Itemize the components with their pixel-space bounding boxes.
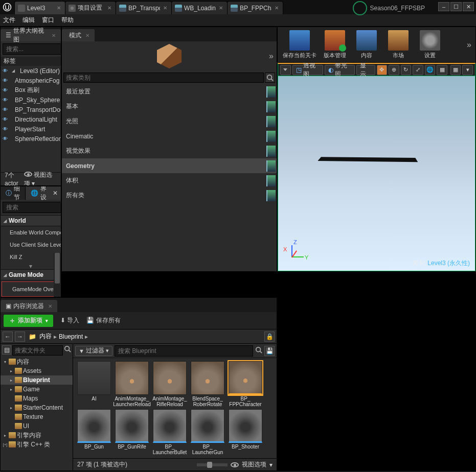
outliner-row[interactable]: 👁DirectionalLightDirectionalLight: [1, 114, 61, 124]
folder-icon[interactable]: 📁: [27, 332, 37, 342]
tree-arrow-icon[interactable]: ▸: [9, 406, 14, 410]
lock-button[interactable]: 🔒: [264, 332, 275, 342]
snap-grid-button[interactable]: ▦: [450, 65, 461, 75]
forward-button[interactable]: →: [15, 332, 25, 342]
outliner-row[interactable]: 👁AtmosphericFogAtmosphericFog: [1, 76, 61, 85]
window-max-button[interactable]: ☐: [450, 2, 462, 11]
add-new-button[interactable]: ＋添加新项: [4, 315, 53, 327]
tree-row[interactable]: ▸Game: [1, 385, 73, 394]
details-search-input[interactable]: [3, 202, 61, 213]
tree-row[interactable]: Maps: [1, 394, 73, 403]
close-icon[interactable]: ✕: [107, 5, 111, 11]
menu-item[interactable]: 帮助: [61, 16, 74, 25]
place-mode-icon[interactable]: [157, 44, 182, 68]
main-tab[interactable]: 项目设置✕: [65, 1, 116, 14]
close-icon[interactable]: ✕: [53, 190, 58, 197]
main-tab[interactable]: WB_Loadin✕: [171, 1, 228, 14]
visibility-eye-icon[interactable]: 👁: [3, 78, 8, 83]
view-options-button[interactable]: 视图选项 ▾: [197, 460, 273, 469]
modes-search-input[interactable]: [63, 73, 264, 83]
outliner-row[interactable]: 👁SphereReflectionCaptureSphereReflection…: [1, 134, 61, 144]
close-icon[interactable]: ✕: [85, 33, 89, 38]
close-icon[interactable]: ✕: [275, 5, 279, 11]
mode-category[interactable]: 光照: [62, 114, 277, 129]
asset-item[interactable]: AnimMontage_LauncherReload: [114, 361, 150, 407]
tree-row[interactable]: ▸StarterContent: [1, 403, 73, 412]
visibility-eye-icon[interactable]: 👁: [3, 116, 8, 122]
asset-item[interactable]: BP_GunRife: [114, 409, 150, 455]
back-button[interactable]: ←: [3, 332, 13, 342]
tree-arrow-icon[interactable]: ▸: [9, 387, 14, 392]
main-tab[interactable]: BP_FPPCha✕: [227, 1, 283, 14]
transform-select-button[interactable]: ✥: [377, 65, 388, 75]
thumbnail-size-slider[interactable]: [197, 463, 228, 466]
search-icon[interactable]: [265, 73, 275, 83]
content-browser-tab[interactable]: ▣ 内容浏览器 ✕: [1, 300, 57, 312]
sources-search-input[interactable]: [12, 345, 63, 356]
toolbar-save-button[interactable]: 保存当前关卡: [282, 29, 318, 60]
mode-category[interactable]: 体积: [62, 173, 277, 188]
tree-row[interactable]: ▾内容: [1, 357, 73, 366]
asset-item[interactable]: AnimMontage_RifleReload: [152, 361, 188, 407]
visibility-eye-icon[interactable]: 👁: [3, 87, 8, 93]
main-tab[interactable]: BP_Transpo✕: [116, 1, 172, 14]
transform-rotate-button[interactable]: ↻: [401, 65, 412, 75]
show-button[interactable]: 显示: [356, 65, 375, 75]
asset-item[interactable]: AI: [76, 361, 112, 407]
visibility-eye-icon[interactable]: 👁: [3, 136, 8, 141]
asset-item[interactable]: BlendSpace_RoberRotate: [190, 361, 225, 407]
details-tab[interactable]: ⓘ细节: [1, 186, 26, 200]
window-min-button[interactable]: –: [438, 2, 449, 11]
category-header[interactable]: Game Mode: [1, 269, 61, 280]
search-icon[interactable]: [255, 346, 262, 355]
viewport-menu-button[interactable]: [280, 65, 291, 75]
close-icon[interactable]: ✕: [219, 5, 223, 11]
tree-row[interactable]: UI: [1, 421, 73, 431]
world-local-button[interactable]: 🌐: [425, 65, 436, 75]
category-header[interactable]: World: [1, 215, 61, 226]
tree-row[interactable]: Texture: [1, 412, 73, 421]
outliner-search-input[interactable]: [3, 43, 61, 55]
import-button[interactable]: ⬇ 导入: [60, 316, 79, 325]
crumb-content[interactable]: 内容: [39, 332, 52, 341]
visibility-eye-icon[interactable]: 👁: [3, 97, 8, 103]
scrollbar-thumb[interactable]: [55, 253, 60, 284]
save-search-button[interactable]: 💾: [264, 346, 275, 356]
tree-row[interactable]: ▸引擎内容: [1, 431, 73, 440]
outliner-row[interactable]: 👁BP_TransportDoor编辑BP_TransportDoor: [1, 105, 61, 114]
mode-category[interactable]: 基本: [62, 99, 277, 114]
mode-category[interactable]: Cinematic: [62, 129, 277, 144]
expand-chevron-icon[interactable]: »: [269, 52, 274, 61]
maximize-button[interactable]: ▾: [462, 65, 473, 75]
outliner-col-label[interactable]: 标签: [4, 57, 61, 66]
tree-arrow-icon[interactable]: ▸: [3, 433, 8, 438]
world-settings-tab[interactable]: 🌐世界设置✕: [26, 186, 61, 200]
menu-item[interactable]: 窗口: [42, 16, 54, 25]
asset-item[interactable]: BP_Shooter: [228, 409, 263, 455]
main-tab[interactable]: Level3✕: [14, 1, 65, 14]
menu-item[interactable]: 文件: [3, 16, 15, 25]
close-icon[interactable]: ✕: [52, 33, 56, 38]
filters-button[interactable]: ▼ 过滤器 ▾: [75, 346, 112, 356]
visibility-eye-icon[interactable]: 👁: [3, 107, 8, 112]
tree-arrow-icon[interactable]: [+]: [3, 442, 8, 447]
outliner-row[interactable]: 👁PlayerStartPlayerStart: [1, 124, 61, 134]
tree-arrow-icon[interactable]: ▸: [9, 378, 14, 383]
scrollbar[interactable]: [54, 253, 61, 297]
visibility-eye-icon[interactable]: 👁: [3, 126, 8, 132]
toolbar-cubes-button[interactable]: 内容: [352, 29, 381, 60]
window-close-button[interactable]: ✕: [463, 2, 474, 11]
asset-item[interactable]: BP_Gun: [76, 409, 112, 455]
menu-item[interactable]: 编辑: [22, 16, 35, 25]
viewport-canvas[interactable]: Z Y X 关卡: Level3 (永久性): [278, 76, 475, 271]
mode-category[interactable]: 最近放置: [62, 84, 277, 99]
transform-scale-button[interactable]: ⤢: [413, 65, 423, 75]
mode-category[interactable]: 所有类: [62, 188, 277, 203]
perspective-button[interactable]: ◳透视图: [292, 65, 323, 75]
outliner-row[interactable]: 👁Box 画刷Brush: [1, 85, 61, 95]
close-icon[interactable]: ✕: [163, 5, 167, 11]
asset-item[interactable]: BP_LauncherBullet: [152, 409, 188, 455]
crumb-blueprint[interactable]: Blueprint: [59, 333, 83, 340]
modes-tab[interactable]: 模式 ✕: [62, 29, 95, 41]
tree-arrow-icon[interactable]: ▾: [3, 360, 8, 364]
